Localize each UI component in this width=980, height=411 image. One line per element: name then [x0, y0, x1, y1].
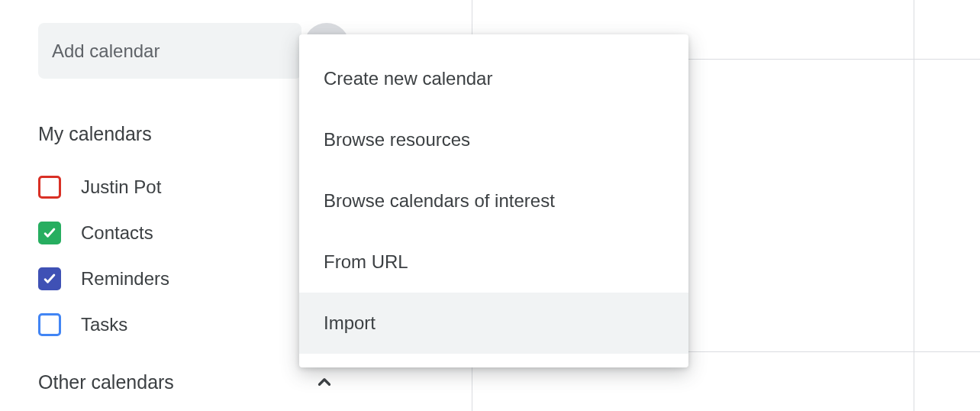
collapse-other-calendars-button[interactable]: [309, 367, 340, 397]
menu-item-import[interactable]: Import: [299, 293, 688, 354]
calendar-checkbox[interactable]: [38, 313, 61, 336]
other-calendars-header[interactable]: Other calendars: [38, 371, 174, 393]
menu-item-from-url[interactable]: From URL: [299, 231, 688, 293]
calendar-label: Tasks: [81, 314, 127, 335]
other-calendars-header-row: Other calendars: [38, 367, 340, 397]
calendar-label: Reminders: [81, 268, 169, 290]
calendar-label: Contacts: [81, 222, 153, 244]
calendar-label: Justin Pot: [81, 176, 161, 198]
calendar-checkbox[interactable]: [38, 176, 61, 199]
grid-line: [914, 0, 914, 411]
add-calendar-input[interactable]: Add calendar: [38, 23, 301, 79]
check-icon: [42, 225, 57, 241]
menu-item-browse-resources[interactable]: Browse resources: [299, 109, 688, 170]
calendar-checkbox[interactable]: [38, 267, 61, 290]
add-calendar-menu: Create new calendar Browse resources Bro…: [299, 34, 688, 367]
chevron-up-icon: [314, 372, 334, 392]
menu-item-browse-calendars-of-interest[interactable]: Browse calendars of interest: [299, 170, 688, 231]
check-icon: [42, 271, 57, 286]
sidebar: Add calendar My calendars Justin Pot Con…: [0, 0, 351, 397]
calendar-checkbox[interactable]: [38, 222, 61, 244]
menu-item-create-new-calendar[interactable]: Create new calendar: [299, 48, 688, 109]
